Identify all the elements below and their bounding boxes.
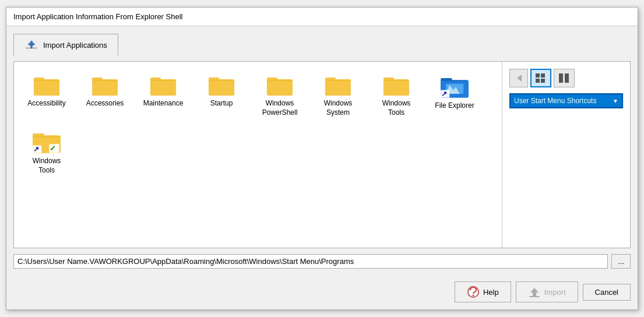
folder-label-windows-tools-1: WindowsTools [382, 99, 411, 117]
svg-text:↗: ↗ [441, 90, 447, 98]
svg-rect-58 [529, 296, 540, 297]
main-dialog: Import Application Information From Expl… [6, 7, 638, 310]
source-dropdown[interactable]: User Start Menu Shortcuts ▼ [509, 93, 623, 108]
title-bar: Import Application Information From Expl… [6, 8, 638, 26]
folder-icon-windows-tools-1 [382, 73, 410, 97]
tab-strip: Import Applications [13, 33, 631, 55]
svg-rect-47 [536, 73, 540, 78]
path-row: ... [13, 254, 631, 269]
import-button[interactable]: Import [516, 281, 578, 302]
svg-rect-30 [384, 80, 409, 81]
folder-icon-windows-tools-2: ↗ ✓ [31, 129, 62, 154]
svg-rect-26 [326, 80, 350, 81]
grid-view-button[interactable] [530, 69, 551, 87]
folder-item-windows-tools-1[interactable]: WindowsTools [373, 71, 420, 119]
svg-rect-25 [325, 80, 351, 96]
svg-rect-17 [209, 80, 234, 96]
folder-item-accessibility[interactable]: Accessibility [23, 71, 70, 119]
back-icon [513, 73, 524, 83]
footer: Help Import Cancel [6, 276, 638, 309]
file-pane: Accessibility Accessories [14, 62, 502, 248]
svg-point-55 [472, 295, 474, 297]
folder-item-accessories[interactable]: Accessories [82, 71, 128, 119]
folder-item-file-explorer[interactable]: ↗ File Explorer [431, 71, 478, 119]
help-label: Help [483, 288, 499, 297]
dropdown-chevron-icon: ▼ [613, 98, 618, 104]
svg-rect-10 [93, 80, 117, 81]
help-button[interactable]: Help [455, 281, 511, 302]
svg-marker-57 [530, 288, 539, 296]
svg-rect-5 [34, 80, 59, 96]
import-icon [24, 38, 38, 52]
svg-rect-49 [536, 79, 540, 83]
svg-rect-51 [559, 73, 563, 83]
svg-text:↗: ↗ [33, 146, 39, 154]
folder-label-windows-system: WindowsSystem [324, 99, 353, 117]
folder-item-windows-system[interactable]: WindowsSystem [315, 71, 361, 119]
tab-label: Import Applications [43, 41, 107, 50]
svg-rect-14 [151, 80, 175, 81]
folder-label-file-explorer: File Explorer [435, 101, 474, 111]
right-panel: User Start Menu Shortcuts ▼ [502, 62, 630, 248]
folder-item-startup[interactable]: Startup [198, 71, 245, 119]
svg-rect-6 [34, 80, 59, 81]
import-label: Import [544, 288, 566, 297]
back-button[interactable] [509, 69, 528, 87]
folder-item-windows-tools-2[interactable]: ↗ ✓ WindowsTools [23, 126, 70, 177]
svg-rect-18 [209, 80, 234, 81]
svg-text:✓: ✓ [50, 144, 56, 153]
list-view-button[interactable] [554, 69, 575, 87]
folder-label-startup: Startup [210, 99, 233, 108]
dialog-body: Import Applications Accessibility [6, 26, 638, 276]
folder-icon-windows-powershell [266, 73, 294, 97]
folder-item-windows-powershell[interactable]: WindowsPowerShell [256, 71, 303, 119]
folder-label-accessibility: Accessibility [27, 99, 65, 108]
view-controls [509, 69, 623, 87]
folder-item-maintenance[interactable]: Maintenance [140, 71, 186, 119]
folder-label-accessories: Accessories [86, 99, 124, 108]
cancel-button[interactable]: Cancel [583, 284, 631, 301]
folder-label-windows-powershell: WindowsPowerShell [262, 99, 298, 117]
folder-icon-maintenance [149, 73, 177, 97]
folder-label-windows-tools-2: WindowsTools [33, 157, 61, 175]
import-button-icon [528, 286, 541, 298]
folder-label-maintenance: Maintenance [143, 99, 184, 108]
folder-icon-windows-system [324, 73, 352, 97]
svg-rect-22 [268, 80, 292, 81]
svg-rect-9 [92, 80, 118, 96]
svg-rect-21 [267, 80, 293, 96]
svg-rect-29 [383, 80, 409, 96]
svg-rect-13 [150, 80, 176, 96]
folder-icon-file-explorer: ↗ [439, 73, 470, 99]
folder-icon-startup [207, 73, 235, 97]
help-icon [467, 286, 480, 298]
tab-import-applications[interactable]: Import Applications [13, 34, 118, 56]
svg-rect-48 [541, 73, 545, 78]
list-icon [558, 73, 570, 83]
browse-button[interactable]: ... [611, 254, 631, 269]
svg-rect-41 [33, 136, 60, 137]
folder-grid: Accessibility Accessories [23, 71, 492, 177]
content-area: Accessibility Accessories [13, 61, 631, 248]
svg-rect-52 [565, 73, 569, 83]
folder-icon-accessories [91, 73, 119, 97]
svg-marker-46 [517, 75, 522, 82]
path-input[interactable] [13, 254, 608, 269]
cancel-label: Cancel [595, 288, 618, 297]
folder-icon-accessibility [33, 73, 61, 97]
svg-rect-50 [541, 79, 545, 83]
dropdown-value: User Start Menu Shortcuts [514, 97, 596, 105]
dialog-title: Import Application Information From Expl… [13, 12, 182, 21]
grid-icon [535, 73, 547, 83]
